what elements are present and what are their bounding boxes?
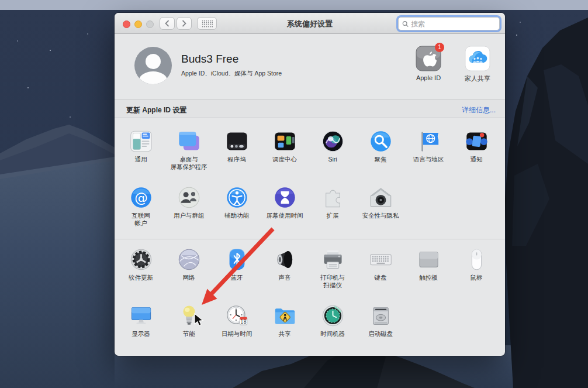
general-icon bbox=[129, 128, 154, 154]
search-icon bbox=[402, 20, 409, 28]
pref-row-1: 通用桌面与 屏幕保护程序程序坞调度中心Siri聚焦语言与地区通知 bbox=[117, 128, 503, 171]
svg-text:18: 18 bbox=[240, 320, 246, 325]
pref-label: 调度中心 bbox=[272, 156, 297, 163]
sharing-icon bbox=[272, 302, 298, 329]
pref-item-bluetooth[interactable]: 蓝牙 bbox=[213, 246, 261, 289]
pref-item-dock[interactable]: 程序坞 bbox=[213, 128, 261, 171]
dock-icon bbox=[224, 128, 250, 154]
pref-row-3: 软件更新网络蓝牙声音打印机与 扫描仪键盘触控板鼠标 bbox=[117, 246, 503, 289]
displays-icon bbox=[129, 302, 154, 329]
pref-label: 启动磁盘 bbox=[368, 330, 393, 338]
pref-label: 扩展 bbox=[327, 212, 339, 219]
pref-label: 触控板 bbox=[419, 274, 438, 281]
pref-item-date-time[interactable]: 18日期与时间 bbox=[213, 302, 261, 338]
pref-label: 声音 bbox=[279, 274, 291, 281]
pref-label: 安全性与隐私 bbox=[362, 212, 399, 219]
pref-label: 日期与时间 bbox=[222, 330, 253, 338]
pref-label: 聚焦 bbox=[375, 156, 387, 163]
pref-label: 通知 bbox=[471, 156, 483, 163]
pref-label: 网络 bbox=[183, 274, 195, 281]
pref-item-users-groups[interactable]: 用户与群组 bbox=[165, 184, 213, 227]
accessibility-icon bbox=[224, 184, 250, 211]
pref-item-language-region[interactable]: 语言与地区 bbox=[404, 128, 452, 171]
pref-item-printers-scanners[interactable]: 打印机与 扫描仪 bbox=[309, 246, 357, 289]
mission-control-icon bbox=[272, 128, 298, 154]
notification-badge: 1 bbox=[435, 43, 444, 52]
family-sharing-icon bbox=[465, 46, 490, 71]
search-input[interactable] bbox=[409, 20, 496, 28]
pref-label: 互联网 帐户 bbox=[132, 212, 150, 227]
shortcut-family-sharing[interactable]: 家人共享 bbox=[455, 46, 500, 83]
printers-scanners-icon bbox=[320, 246, 345, 273]
extensions-icon bbox=[320, 184, 345, 211]
pref-item-desktop-screensaver[interactable]: 桌面与 屏幕保护程序 bbox=[165, 128, 213, 171]
security-privacy-icon bbox=[368, 184, 393, 211]
software-update-icon bbox=[129, 246, 154, 273]
titlebar: 系统偏好设置 bbox=[115, 13, 505, 34]
details-link[interactable]: 详细信息... bbox=[462, 105, 496, 115]
notifications-icon bbox=[464, 128, 489, 154]
search-field[interactable] bbox=[398, 17, 500, 30]
pref-label: 节能 bbox=[183, 330, 195, 338]
pref-item-mission-control[interactable]: 调度中心 bbox=[261, 128, 309, 171]
pref-item-notifications[interactable]: 通知 bbox=[452, 128, 500, 171]
pref-item-security-privacy[interactable]: 安全性与隐私 bbox=[357, 184, 404, 227]
language-region-icon bbox=[416, 128, 441, 154]
network-icon bbox=[177, 246, 202, 273]
time-machine-icon bbox=[320, 302, 345, 329]
svg-text:@: @ bbox=[134, 190, 148, 205]
group-divider bbox=[115, 239, 505, 239]
account-shortcuts: 1Apple ID家人共享 bbox=[406, 46, 500, 83]
system-preferences-window: 系统偏好设置 Buds3 Free Apple ID、iCloud、媒体与 Ap… bbox=[115, 13, 505, 356]
pref-item-startup-disk[interactable]: 启动磁盘 bbox=[357, 302, 404, 338]
pref-label: 共享 bbox=[279, 330, 291, 338]
pref-item-screen-time[interactable]: 屏幕使用时间 bbox=[261, 184, 309, 227]
pref-item-software-update[interactable]: 软件更新 bbox=[117, 246, 165, 289]
pref-item-spotlight[interactable]: 聚焦 bbox=[357, 128, 404, 171]
sound-icon bbox=[272, 246, 298, 273]
pref-item-extensions[interactable]: 扩展 bbox=[309, 184, 357, 227]
pref-item-displays[interactable]: 显示器 bbox=[117, 302, 165, 338]
pref-item-internet-accounts[interactable]: @互联网 帐户 bbox=[117, 184, 165, 227]
keyboard-icon bbox=[368, 246, 393, 273]
user-name: Buds3 Free bbox=[181, 53, 238, 66]
startup-disk-icon bbox=[368, 302, 393, 329]
pref-label: 显示器 bbox=[132, 330, 150, 338]
trackpad-icon bbox=[416, 246, 441, 273]
pref-item-trackpad[interactable]: 触控板 bbox=[404, 246, 452, 289]
energy-saver-icon bbox=[177, 302, 202, 329]
screen-time-icon bbox=[272, 184, 298, 211]
users-groups-icon bbox=[177, 184, 202, 211]
pref-item-network[interactable]: 网络 bbox=[165, 246, 213, 289]
pref-item-general[interactable]: 通用 bbox=[117, 128, 165, 171]
shortcut-apple-id[interactable]: 1Apple ID bbox=[406, 46, 451, 83]
spotlight-icon bbox=[368, 128, 393, 154]
pref-label: 打印机与 扫描仪 bbox=[320, 274, 345, 289]
pref-label: 蓝牙 bbox=[231, 274, 243, 281]
pref-item-siri[interactable]: Siri bbox=[309, 128, 357, 171]
pref-label: 程序坞 bbox=[227, 156, 246, 163]
pref-item-keyboard[interactable]: 键盘 bbox=[357, 246, 404, 289]
desktop: 系统偏好设置 Buds3 Free Apple ID、iCloud、媒体与 Ap… bbox=[0, 0, 588, 388]
siri-icon bbox=[320, 128, 345, 154]
apple-id-banner: 更新 Apple ID 设置 详细信息... bbox=[115, 99, 505, 118]
pref-item-sharing[interactable]: 共享 bbox=[261, 302, 309, 338]
pref-label: 键盘 bbox=[375, 274, 387, 281]
pref-label: 软件更新 bbox=[129, 274, 153, 281]
avatar bbox=[134, 47, 172, 84]
shortcut-label: Apple ID bbox=[416, 74, 441, 81]
internet-accounts-icon: @ bbox=[129, 184, 154, 211]
bluetooth-icon bbox=[224, 246, 250, 273]
pref-item-mouse[interactable]: 鼠标 bbox=[452, 246, 500, 289]
pref-label: 桌面与 屏幕保护程序 bbox=[171, 156, 207, 171]
pref-item-sound[interactable]: 声音 bbox=[261, 246, 309, 289]
pref-label: 辅助功能 bbox=[224, 212, 249, 219]
pref-label: 鼠标 bbox=[471, 274, 483, 281]
pref-item-accessibility[interactable]: 辅助功能 bbox=[213, 184, 261, 227]
desktop-screensaver-icon bbox=[177, 128, 202, 154]
pref-item-time-machine[interactable]: 时间机器 bbox=[309, 302, 357, 338]
pref-label: Siri bbox=[328, 156, 337, 163]
pref-item-energy-saver[interactable]: 节能 bbox=[165, 302, 213, 338]
pref-label: 屏幕使用时间 bbox=[267, 212, 303, 219]
apple-id-icon: 1 bbox=[416, 46, 441, 71]
